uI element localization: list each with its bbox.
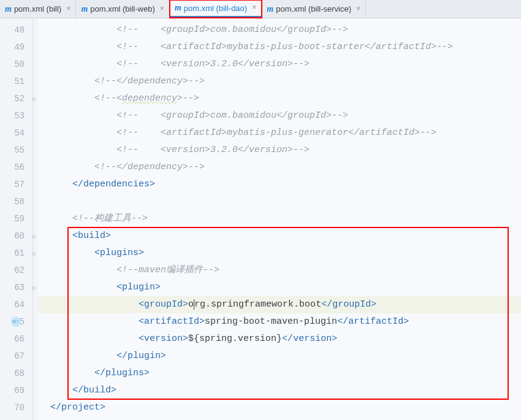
gutter-margin-icon[interactable]: o↑ — [11, 317, 21, 327]
code-line[interactable]: <!-- <groupId>com.baomidou</groupId>--> — [38, 21, 521, 39]
code-line[interactable]: </plugin> — [38, 348, 521, 365]
tab-label: pom.xml (bill-web) — [90, 4, 154, 13]
code-line[interactable]: <plugins> — [38, 245, 521, 262]
code-line[interactable]: <plugin> — [38, 279, 521, 296]
code-line[interactable]: <!--</dependency>--> — [38, 159, 521, 176]
close-icon[interactable]: × — [66, 5, 70, 13]
fold-guide — [32, 18, 33, 420]
code-line[interactable]: <!--<dependency>--> — [38, 90, 521, 107]
close-icon[interactable]: × — [252, 4, 256, 12]
code-line[interactable]: <!-- <version>3.2.0</version>--> — [38, 56, 521, 73]
code-line[interactable]: <groupId>org.springframework.boot</group… — [38, 296, 521, 313]
code-line[interactable]: <!--</dependency>--> — [38, 73, 521, 90]
code-line[interactable]: <version>${spring.version}</version> — [38, 330, 521, 348]
maven-file-icon: m — [267, 4, 273, 14]
gutter: 4849505152535455565758596061626364656667… — [0, 18, 38, 420]
tab-0[interactable]: mpom.xml (bill)× — [0, 0, 76, 18]
tab-label: pom.xml (bill) — [14, 4, 61, 13]
close-icon[interactable]: × — [160, 5, 164, 13]
code-area[interactable]: <!-- <groupId>com.baomidou</groupId>--> … — [38, 18, 521, 420]
code-line[interactable]: <!-- <groupId>com.baomidou</groupId>--> — [38, 107, 521, 124]
maven-file-icon: m — [175, 3, 181, 13]
fold-icon[interactable]: ⊖ — [29, 96, 36, 102]
maven-file-icon: m — [5, 4, 12, 14]
code-line[interactable] — [38, 193, 521, 210]
tab-1[interactable]: mpom.xml (bill-web)× — [76, 0, 170, 18]
tab-label: pom.xml (bill-dao) — [184, 4, 247, 13]
code-line[interactable]: </plugins> — [38, 365, 521, 382]
code-line[interactable]: </dependencies> — [38, 176, 521, 193]
editor-area: 4849505152535455565758596061626364656667… — [0, 18, 521, 420]
fold-icon[interactable]: ⊖ — [29, 284, 36, 291]
code-line[interactable]: <!--构建工具--> — [38, 210, 521, 227]
code-line[interactable]: <build> — [38, 227, 521, 245]
code-line[interactable]: <!-- <artifactId>mybatis-plus-generator<… — [38, 124, 521, 142]
tab-3[interactable]: mpom.xml (bill-service)× — [262, 0, 366, 18]
code-line[interactable]: </build> — [38, 382, 521, 399]
editor-tabs: mpom.xml (bill)×mpom.xml (bill-web)×mpom… — [0, 0, 521, 18]
code-line[interactable]: </project> — [38, 399, 521, 416]
code-line[interactable]: <!--maven编译插件--> — [38, 262, 521, 279]
code-line[interactable]: <!-- <artifactId>mybatis-plus-boot-start… — [38, 39, 521, 56]
code-line[interactable]: <!-- <version>3.2.0</version>--> — [38, 142, 521, 159]
fold-icon[interactable]: ⊖ — [29, 250, 36, 256]
maven-file-icon: m — [81, 4, 88, 14]
close-icon[interactable]: × — [356, 5, 360, 13]
tab-label: pom.xml (bill-service) — [276, 4, 351, 13]
code-line[interactable]: <artifactId>spring-boot-maven-plugin</ar… — [38, 313, 521, 330]
fold-icon[interactable]: ⊖ — [29, 233, 36, 239]
tab-2[interactable]: mpom.xml (bill-dao)× — [170, 0, 262, 18]
